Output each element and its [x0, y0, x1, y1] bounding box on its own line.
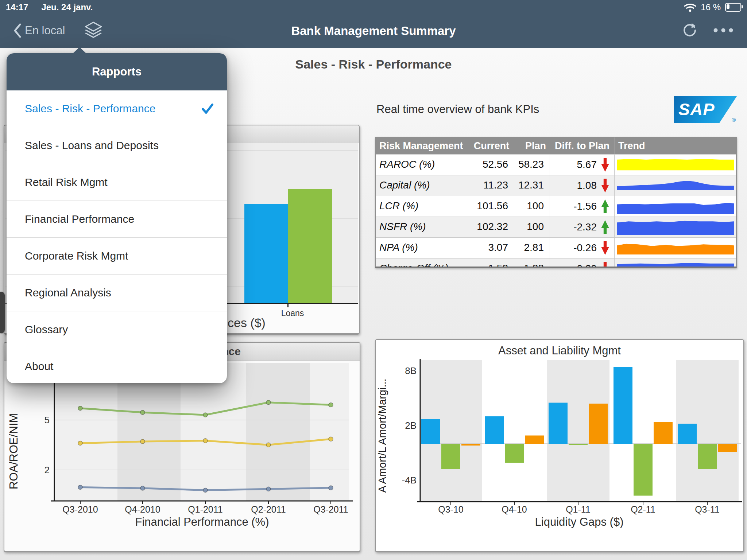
sparkline-area: [617, 260, 734, 268]
red-down-arrow-icon: [600, 178, 610, 193]
menu-item-label: Sales - Loans and Deposits: [25, 139, 159, 152]
kpi-table: Risk Management Current Plan Diff. to Pl…: [375, 137, 737, 268]
kpi-row-capital: Capital (%)11.2312.311.08: [376, 175, 736, 196]
refresh-button[interactable]: [681, 22, 698, 40]
svg-text:8B: 8B: [405, 365, 417, 376]
menu-item-corporate-risk-mgmt[interactable]: Corporate Risk Mgmt: [7, 238, 227, 275]
kpi-trend-sparkline: [615, 258, 736, 268]
kpi-row-charge-off: Charge-Off (%)1.521.23-0.29: [376, 258, 736, 268]
svg-text:-4B: -4B: [402, 475, 417, 486]
menu-item-sales-risk-performance[interactable]: Sales - Risk - Performance: [7, 90, 227, 127]
kpi-diff-value: -0.26: [573, 242, 597, 254]
svg-text:2: 2: [44, 464, 50, 475]
svg-text:2B: 2B: [405, 420, 417, 431]
svg-text:Liquidity Gaps ($): Liquidity Gaps ($): [535, 516, 624, 528]
menu-item-financial-performance[interactable]: Financial Performance: [7, 201, 227, 238]
clock: 14:17: [6, 2, 28, 12]
menu-item-regional-analysis[interactable]: Regional Analysis: [7, 275, 227, 311]
kpi-trend-sparkline: [615, 238, 736, 258]
kpi-label: NSFR (%): [376, 217, 469, 237]
kpi-trend-sparkline: [615, 155, 736, 175]
sap-logo-text: SAP: [678, 99, 715, 119]
menu-item-about[interactable]: About: [7, 348, 227, 383]
kpi-header-trend: Trend: [615, 137, 736, 154]
kpi-diff: -0.26: [550, 238, 615, 258]
more-button[interactable]: [713, 27, 734, 34]
red-down-arrow-icon: [600, 261, 610, 268]
menu-item-sales-loans-and-deposits[interactable]: Sales - Loans and Deposits: [7, 127, 227, 164]
sparkline-area: [617, 156, 734, 172]
menu-item-label: Retail Risk Mgmt: [25, 176, 108, 188]
kpi-trend-sparkline: [615, 196, 736, 217]
kpi-header-current: Current: [469, 137, 514, 154]
reports-popover: Rapports Sales - Risk - PerformanceSales…: [7, 53, 227, 383]
svg-text:Q4-10: Q4-10: [502, 504, 527, 514]
kpi-plan: 100: [514, 217, 550, 237]
kpi-diff: 5.67: [550, 155, 615, 175]
green-up-arrow-icon: [600, 199, 610, 214]
popover-title: Rapports: [7, 53, 227, 90]
kpi-current: 1.52: [469, 258, 514, 268]
app-screen: 14:17 Jeu. 24 janv. 16 % En local: [0, 0, 747, 560]
kpi-label: RAROC (%): [376, 155, 469, 175]
status-date: Jeu. 24 janv.: [41, 2, 93, 12]
refresh-icon: [681, 22, 698, 39]
kpi-current: 52.56: [469, 155, 514, 175]
kpi-diff-value: -1.56: [573, 201, 597, 212]
menu-item-label: Financial Performance: [25, 213, 134, 225]
sap-registered-mark: ®: [732, 117, 736, 123]
sparkline-area: [617, 240, 734, 256]
menu-item-label: Sales - Risk - Performance: [25, 102, 155, 115]
kpi-diff-value: -0.29: [573, 263, 597, 268]
kpi-diff: 1.08: [550, 175, 615, 196]
kpi-header-plan: Plan: [514, 137, 550, 154]
balances-category-label: Loans: [263, 308, 322, 318]
svg-text:Q3-10: Q3-10: [438, 504, 463, 514]
balances-axis-title-fragment: ces ($): [228, 316, 266, 330]
kpi-trend-sparkline: [615, 175, 736, 196]
kpi-row-raroc: RAROC (%)52.5658.235.67: [376, 154, 736, 175]
nav-bar: En local Bank Management Summary: [0, 15, 747, 48]
window-title: Bank Management Summary: [0, 24, 747, 38]
svg-text:Q3-2011: Q3-2011: [313, 504, 348, 514]
balances-axis-tick: [287, 304, 289, 307]
svg-text:ROA/ROE/NIM: ROA/ROE/NIM: [7, 413, 20, 489]
menu-item-glossary[interactable]: Glossary: [7, 311, 227, 348]
kpi-current: 101.56: [469, 196, 514, 217]
kpi-header-diff: Diff. to Plan: [550, 137, 615, 154]
kpi-plan: 2.81: [514, 238, 550, 258]
kpi-caption: Real time overview of bank KPIs: [376, 103, 539, 116]
kpi-trend-sparkline: [615, 217, 736, 237]
status-bar: 14:17 Jeu. 24 janv. 16 %: [0, 0, 747, 15]
sparkline-area: [617, 198, 734, 214]
financial-performance-chart: 52Q3-2010Q4-2010Q1-2011Q2-2011Q3-2011Fin…: [5, 360, 360, 551]
balances-bar-blue: [244, 204, 288, 303]
red-down-arrow-icon: [600, 157, 610, 172]
kpi-header-risk-management: Risk Management: [376, 137, 469, 154]
kpi-row-npa: NPA (%)3.072.81-0.26: [376, 237, 736, 258]
kpi-current: 102.32: [469, 217, 514, 237]
checkmark-icon: [201, 103, 214, 114]
reports-menu-list: Sales - Risk - PerformanceSales - Loans …: [7, 90, 227, 383]
svg-text:A Amort/L Amort/Margi...: A Amort/L Amort/Margi...: [376, 378, 388, 493]
menu-item-label: Regional Analysis: [25, 287, 111, 299]
kpi-current: 3.07: [469, 238, 514, 258]
svg-text:Q4-2010: Q4-2010: [125, 504, 160, 514]
kpi-row-nsfr: NSFR (%)102.32100-2.32: [376, 217, 736, 237]
svg-text:Q2-2011: Q2-2011: [251, 504, 286, 514]
kpi-table-header: Risk Management Current Plan Diff. to Pl…: [376, 137, 736, 154]
kpi-plan: 58.23: [514, 155, 550, 175]
kpi-diff-value: -2.32: [573, 221, 597, 233]
edge-drag-handle[interactable]: [0, 292, 5, 333]
svg-text:Q1-11: Q1-11: [566, 504, 591, 514]
green-up-arrow-icon: [600, 219, 610, 235]
kpi-diff-value: 1.08: [577, 180, 597, 191]
kpi-plan: 1.23: [514, 258, 550, 268]
svg-text:Q3-2010: Q3-2010: [62, 504, 98, 514]
kpi-diff: -0.29: [550, 258, 615, 268]
kpi-label: LCR (%): [376, 196, 469, 217]
kpi-diff: -2.32: [550, 217, 615, 237]
alm-chart: 8B2B-4BQ3-10Q4-10Q1-11Q2-11Q3-11Liquidit…: [376, 357, 743, 551]
menu-item-label: Glossary: [25, 323, 68, 336]
menu-item-retail-risk-mgmt[interactable]: Retail Risk Mgmt: [7, 164, 227, 201]
